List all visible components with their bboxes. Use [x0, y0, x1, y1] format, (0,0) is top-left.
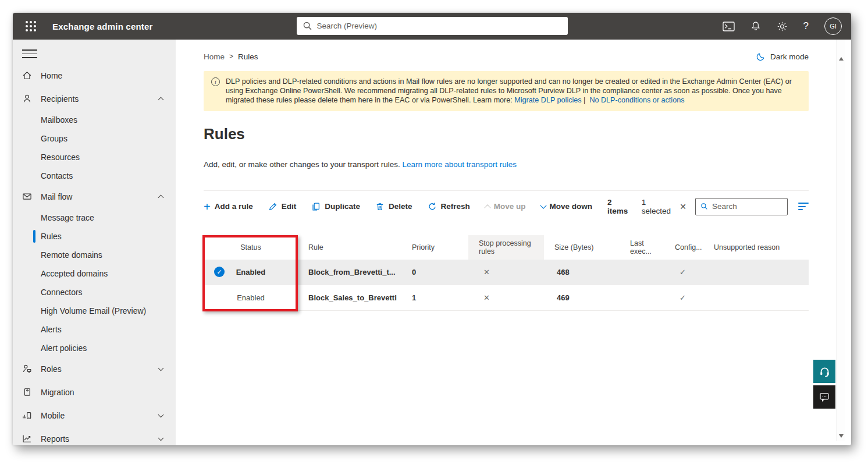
moon-icon	[756, 52, 766, 62]
move-up-button[interactable]: Move up	[485, 202, 526, 211]
global-search[interactable]	[297, 17, 568, 35]
delete-button[interactable]: Delete	[375, 202, 412, 211]
chevron-down-icon	[158, 365, 164, 371]
cross-icon: ✕	[468, 268, 544, 276]
table-header-row: Status Rule Priority Stop processing rul…	[204, 235, 809, 260]
sidebar-item-reports[interactable]: Reports	[13, 427, 176, 445]
rules-toolbar: +Add a rule Edit Duplicate Delete Refres…	[204, 190, 809, 215]
app-window: Exchange admin center ? GI Home	[13, 13, 851, 445]
global-search-input[interactable]	[317, 22, 562, 30]
info-icon: i	[211, 77, 220, 86]
filter-icon[interactable]	[798, 203, 809, 210]
sidebar-item-alert-policies[interactable]: Alert policies	[13, 339, 176, 357]
sidebar-item-mailboxes[interactable]: Mailboxes	[13, 111, 176, 129]
edit-button[interactable]: Edit	[268, 202, 297, 211]
sidebar-nav: Home Recipients Mailboxes Groups Resourc…	[13, 40, 176, 445]
app-launcher-waffle-icon[interactable]	[26, 21, 36, 31]
rule-name[interactable]: Block_Sales_to_Brevetti	[298, 293, 401, 302]
breadcrumb-separator: >	[229, 52, 233, 61]
edit-pencil-icon	[268, 202, 278, 211]
sidebar-item-roles[interactable]: Roles	[13, 357, 176, 381]
sidebar-item-connectors[interactable]: Connectors	[13, 283, 176, 302]
topbar-actions: ? GI	[723, 17, 842, 35]
refresh-icon	[428, 202, 437, 211]
sidebar-item-groups[interactable]: Groups	[13, 129, 176, 148]
sidebar-item-high-volume-email[interactable]: High Volume Email (Preview)	[13, 302, 176, 320]
delete-trash-icon	[375, 202, 385, 211]
duplicate-button[interactable]: Duplicate	[311, 202, 360, 211]
vertical-scrollbar[interactable]	[836, 40, 845, 441]
sidebar-item-message-trace[interactable]: Message trace	[13, 208, 176, 227]
page-description: Add, edit, or make other changes to your…	[204, 160, 809, 169]
table-row[interactable]: Enabled Block_Sales_to_Brevetti 1 ✕ 469 …	[204, 285, 809, 311]
column-header-rule[interactable]: Rule	[298, 243, 401, 251]
feedback-button[interactable]	[813, 385, 835, 409]
roles-icon	[22, 364, 32, 374]
selected-count: 1 selected✕	[642, 198, 686, 215]
priority-value: 0	[401, 268, 468, 276]
reports-icon	[22, 434, 32, 444]
hamburger-menu-icon[interactable]	[22, 49, 37, 58]
column-header-last-exec[interactable]: Last exec...	[620, 239, 664, 256]
scroll-up-arrow[interactable]	[839, 57, 844, 61]
add-rule-button[interactable]: +Add a rule	[204, 202, 253, 211]
feedback-comment-icon	[819, 392, 830, 402]
top-bar: Exchange admin center ? GI	[13, 13, 851, 40]
rules-table: Status Rule Priority Stop processing rul…	[204, 235, 809, 311]
sidebar-item-accepted-domains[interactable]: Accepted domains	[13, 264, 176, 283]
help-support-button[interactable]	[813, 360, 835, 383]
column-header-status[interactable]: Status	[204, 243, 298, 251]
banner-text: DLP policies and DLP-related conditions …	[226, 77, 799, 105]
column-header-size[interactable]: Size (Bytes)	[544, 243, 620, 251]
column-header-priority[interactable]: Priority	[401, 243, 468, 251]
help-question-icon[interactable]: ?	[803, 20, 809, 32]
scroll-down-arrow[interactable]	[839, 434, 844, 438]
learn-more-transport-rules-link[interactable]: Learn more about transport rules	[402, 160, 517, 169]
notifications-bell-icon[interactable]	[750, 21, 761, 31]
duplicate-copy-icon	[311, 202, 321, 211]
sidebar-item-remote-domains[interactable]: Remote domains	[13, 246, 176, 264]
move-down-button[interactable]: Move down	[541, 202, 593, 211]
chevron-up-icon	[158, 195, 164, 201]
check-icon: ✓	[664, 268, 703, 276]
rule-name[interactable]: Block_from_Brevetti_t...	[298, 268, 401, 276]
sidebar-item-contacts[interactable]: Contacts	[13, 166, 176, 185]
column-header-unsupported-reason[interactable]: Unsupported reason	[703, 243, 809, 251]
no-dlp-conditions-link[interactable]: No DLP-conditions or actions	[589, 96, 684, 104]
settings-gear-icon[interactable]	[777, 21, 788, 32]
selected-indicator	[33, 230, 35, 243]
column-header-config[interactable]: Config...	[664, 243, 703, 251]
sidebar-item-resources[interactable]: Resources	[13, 148, 176, 166]
sidebar-item-migration[interactable]: Migration	[13, 381, 176, 404]
headset-icon	[819, 366, 830, 377]
table-search[interactable]	[695, 198, 788, 215]
cross-icon: ✕	[468, 293, 544, 302]
sidebar-item-home[interactable]: Home	[13, 64, 176, 87]
table-row[interactable]: ✓ Enabled Block_from_Brevetti_t... 0 ✕ 4…	[204, 260, 809, 285]
account-avatar[interactable]: GI	[824, 17, 842, 35]
plus-icon: +	[204, 202, 211, 211]
chevron-down-icon	[158, 412, 164, 417]
powershell-icon[interactable]	[723, 22, 735, 31]
breadcrumb-home[interactable]: Home	[204, 52, 225, 61]
table-search-input[interactable]	[712, 202, 782, 211]
column-header-stop-processing[interactable]: Stop processing rules	[468, 235, 544, 260]
sidebar-item-mobile[interactable]: Mobile	[13, 404, 176, 427]
sidebar-item-mail-flow[interactable]: Mail flow	[13, 185, 176, 208]
mail-icon	[22, 192, 32, 201]
mobile-icon	[22, 410, 32, 420]
dark-mode-toggle[interactable]: Dark mode	[756, 52, 809, 62]
clear-selection-icon[interactable]: ✕	[680, 202, 686, 211]
refresh-button[interactable]: Refresh	[428, 202, 470, 211]
home-icon	[22, 70, 32, 80]
sidebar-item-alerts[interactable]: Alerts	[13, 320, 176, 339]
size-bytes-value: 468	[544, 268, 620, 276]
sidebar-item-recipients[interactable]: Recipients	[13, 87, 176, 111]
search-icon	[303, 21, 312, 31]
migrate-dlp-policies-link[interactable]: Migrate DLP policies	[514, 96, 581, 104]
sidebar-item-rules[interactable]: Rules	[13, 227, 176, 246]
chevron-down-icon	[540, 202, 546, 208]
items-count: 2 items	[607, 198, 633, 215]
row-selected-check-icon[interactable]: ✓	[214, 267, 225, 277]
page-title: Rules	[204, 125, 809, 143]
